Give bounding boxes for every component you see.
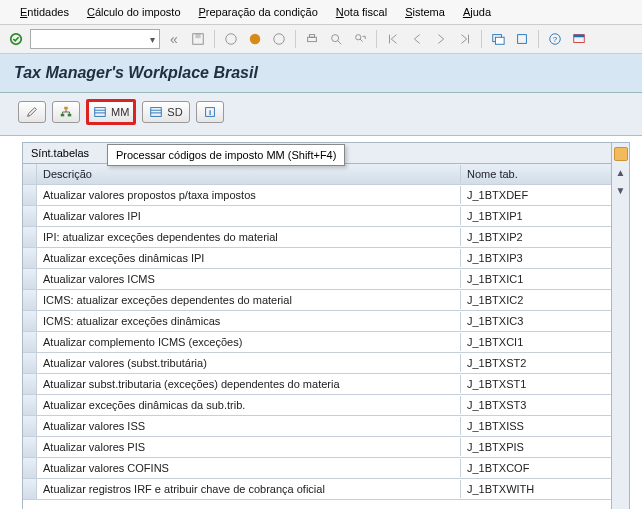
info-button[interactable]: i (196, 101, 224, 123)
cell-descricao: Atualizar exceções dinâmicas IPI (37, 249, 461, 267)
cell-nome: J_1BTXST1 (461, 375, 611, 393)
save-icon[interactable] (188, 29, 208, 49)
table-row[interactable]: Atualizar valores PISJ_1BTXPIS (23, 437, 611, 458)
session-gen-icon[interactable] (512, 29, 532, 49)
table-row[interactable]: Atualizar valores ICMSJ_1BTXIC1 (23, 269, 611, 290)
table-row[interactable]: Atualizar valores IPIJ_1BTXIP1 (23, 206, 611, 227)
tooltip: Processar códigos de imposto MM (Shift+F… (107, 144, 345, 166)
grid-body: Atualizar valores propostos p/taxa impos… (23, 185, 611, 509)
cell-nome: J_1BTXPIS (461, 438, 611, 456)
row-selector[interactable] (23, 479, 37, 499)
col-header-nome[interactable]: Nome tab. (461, 165, 611, 183)
cell-descricao: Atualizar valores ISS (37, 417, 461, 435)
table-row[interactable]: Atualizar valores (subst.tributária)J_1B… (23, 353, 611, 374)
row-selector[interactable] (23, 206, 37, 226)
menu-sistema[interactable]: Sistema (405, 6, 445, 18)
row-selector[interactable] (23, 374, 37, 394)
next-page-icon[interactable] (431, 29, 451, 49)
table-row[interactable]: Atualizar complemento ICMS (exceções)J_1… (23, 332, 611, 353)
help-icon[interactable]: ? (545, 29, 565, 49)
cell-nome: J_1BTXST3 (461, 396, 611, 414)
table-config-button[interactable] (614, 147, 628, 161)
menu-nota[interactable]: Nota fiscal (336, 6, 387, 18)
ok-icon[interactable] (6, 29, 26, 49)
sd-button[interactable]: SD (142, 101, 189, 123)
find-icon[interactable] (326, 29, 346, 49)
cell-descricao: Atualizar exceções dinâmicas da sub.trib… (37, 396, 461, 414)
svg-line-11 (360, 39, 363, 42)
table-row[interactable]: Atualizar valores COFINSJ_1BTXCOF (23, 458, 611, 479)
prev-page-icon[interactable] (407, 29, 427, 49)
cell-descricao: IPI: atualizar exceções dependentes do m… (37, 228, 461, 246)
cell-nome: J_1BTXIC3 (461, 312, 611, 330)
layout-icon[interactable] (569, 29, 589, 49)
menu-calculo[interactable]: Cálculo do imposto (87, 6, 181, 18)
cell-nome: J_1BTXIC2 (461, 291, 611, 309)
svg-rect-13 (495, 37, 504, 44)
edit-button[interactable] (18, 101, 46, 123)
row-selector[interactable] (23, 290, 37, 310)
svg-text:i: i (209, 108, 211, 117)
svg-point-5 (274, 34, 285, 45)
command-combo[interactable] (30, 29, 160, 49)
hierarchy-button[interactable] (52, 101, 80, 123)
row-selector[interactable] (23, 185, 37, 205)
table-row[interactable]: Atualizar exceções dinâmicas IPIJ_1BTXIP… (23, 248, 611, 269)
row-selector-header[interactable] (23, 164, 37, 184)
find-next-icon[interactable] (350, 29, 370, 49)
session-new-icon[interactable] (488, 29, 508, 49)
row-selector[interactable] (23, 269, 37, 289)
table-row[interactable]: Atualizar subst.tributaria (exceções) de… (23, 374, 611, 395)
table-row[interactable]: Atualizar exceções dinâmicas da sub.trib… (23, 395, 611, 416)
table-row[interactable]: ICMS: atualizar exceções dinâmicasJ_1BTX… (23, 311, 611, 332)
row-selector[interactable] (23, 332, 37, 352)
row-selector[interactable] (23, 416, 37, 436)
row-selector[interactable] (23, 437, 37, 457)
row-selector[interactable] (23, 248, 37, 268)
mm-button[interactable]: MM (86, 99, 136, 125)
first-page-icon[interactable] (383, 29, 403, 49)
menu-preparacao[interactable]: Preparação da condição (199, 6, 318, 18)
svg-rect-22 (95, 108, 106, 117)
row-selector[interactable] (23, 395, 37, 415)
svg-rect-25 (151, 108, 162, 117)
cell-descricao: ICMS: atualizar exceções dinâmicas (37, 312, 461, 330)
nav-back-icon[interactable] (221, 29, 241, 49)
row-selector[interactable] (23, 311, 37, 331)
menu-ajuda[interactable]: Ajuda (463, 6, 491, 18)
row-selector[interactable] (23, 458, 37, 478)
table-row[interactable]: IPI: atualizar exceções dependentes do m… (23, 227, 611, 248)
svg-text:?: ? (553, 35, 558, 44)
row-selector[interactable] (23, 227, 37, 247)
table-row[interactable]: Atualizar registros IRF e atribuir chave… (23, 479, 611, 500)
nav-cancel-icon[interactable] (269, 29, 289, 49)
scroll-side: ▲ ▼ (611, 143, 629, 509)
table-container: Sínt.tabelas Descrição Nome tab. Atualiz… (22, 142, 630, 509)
cell-nome: J_1BTXIP2 (461, 228, 611, 246)
table-row[interactable]: Atualizar valores ISSJ_1BTXISS (23, 416, 611, 437)
last-page-icon[interactable] (455, 29, 475, 49)
page-title: Tax Manager's Workplace Brasil (14, 64, 628, 82)
svg-rect-19 (64, 107, 68, 110)
svg-point-3 (226, 34, 237, 45)
svg-rect-18 (574, 35, 585, 38)
svg-rect-14 (518, 35, 527, 44)
grid-header: Descrição Nome tab. (23, 164, 611, 185)
svg-rect-6 (308, 37, 317, 41)
row-selector[interactable] (23, 353, 37, 373)
print-icon[interactable] (302, 29, 322, 49)
scroll-up-icon[interactable]: ▲ (614, 165, 628, 179)
menu-entidades[interactable]: Entidades (20, 6, 69, 18)
col-header-descricao[interactable]: Descrição (37, 165, 461, 183)
nav-exit-icon[interactable] (245, 29, 265, 49)
table-row[interactable]: ICMS: atualizar exceções dependentes do … (23, 290, 611, 311)
cell-nome: J_1BTXDEF (461, 186, 611, 204)
svg-point-4 (250, 34, 261, 45)
page-title-area: Tax Manager's Workplace Brasil (0, 54, 642, 93)
mm-label: MM (111, 106, 129, 118)
cell-nome: J_1BTXCI1 (461, 333, 611, 351)
back-icon[interactable]: « (164, 29, 184, 49)
cell-nome: J_1BTXIP1 (461, 207, 611, 225)
table-row[interactable]: Atualizar valores propostos p/taxa impos… (23, 185, 611, 206)
scroll-down-icon[interactable]: ▼ (614, 183, 628, 197)
